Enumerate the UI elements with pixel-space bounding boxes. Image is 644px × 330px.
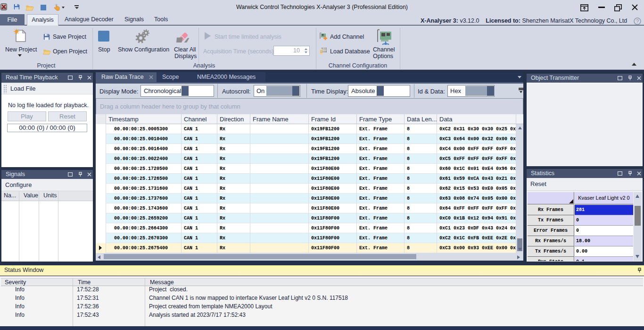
svg-text:?: ? [636, 18, 639, 24]
